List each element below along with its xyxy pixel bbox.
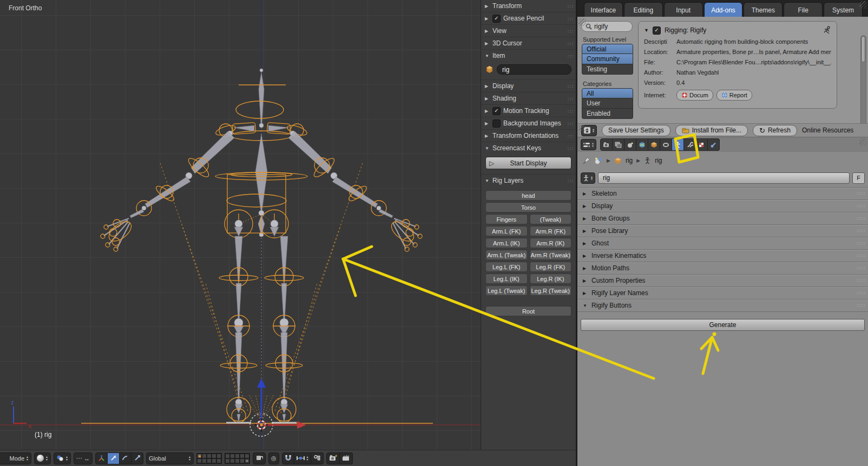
- torso-widget[interactable]: [225, 175, 288, 238]
- scale-manipulator-button[interactable]: [131, 452, 143, 464]
- panel-rig-layers[interactable]: ▼Rig Layers: [481, 174, 576, 187]
- layer-button-leg-r-ik[interactable]: Leg.R (IK): [530, 274, 572, 284]
- panel-grip-icon[interactable]: [567, 147, 574, 150]
- panel-grip-icon[interactable]: [567, 42, 574, 45]
- leg-bones[interactable]: [219, 236, 258, 423]
- panel-grip-icon[interactable]: [567, 110, 574, 112]
- layer-button-leg-r-tweak[interactable]: Leg.R (Tweak): [530, 285, 572, 296]
- area-corner-widget[interactable]: [578, 125, 586, 132]
- panel-skeleton[interactable]: ▶Skeleton: [577, 187, 868, 200]
- render-tab-icon[interactable]: [600, 138, 613, 151]
- panel-grip-icon[interactable]: [857, 279, 865, 282]
- snap-target-button[interactable]: [311, 452, 324, 464]
- panel-grip-icon[interactable]: [567, 122, 574, 125]
- area-corner-widget[interactable]: [578, 18, 586, 26]
- panel-grip-icon[interactable]: [567, 135, 574, 137]
- panel-grip-icon[interactable]: [567, 5, 574, 8]
- pin-icon[interactable]: [582, 157, 590, 165]
- constraints-tab-icon[interactable]: [660, 138, 672, 151]
- panel-inverse-kinematics[interactable]: ▶Inverse Kinematics: [577, 250, 868, 262]
- tab-interface[interactable]: Interface: [584, 2, 623, 17]
- opengl-render-button[interactable]: +: [326, 452, 340, 464]
- panel-grip-icon[interactable]: [857, 217, 865, 220]
- level-community-button[interactable]: Community: [582, 54, 633, 64]
- layer-button-root[interactable]: Root: [485, 306, 571, 316]
- panel-custom-properties[interactable]: ▶Custom Properties: [577, 275, 868, 287]
- tab-input[interactable]: Input: [664, 2, 703, 17]
- refresh-button[interactable]: ↻Refresh: [753, 125, 797, 136]
- datablock-name-field[interactable]: rig: [598, 172, 850, 184]
- checkbox-checked[interactable]: ✓: [492, 15, 501, 23]
- manipulator-toggle-button[interactable]: ⋯↔: [74, 452, 93, 464]
- panel-display[interactable]: ▶Display: [577, 200, 868, 212]
- start-display-button[interactable]: ▷Start Display: [485, 157, 571, 169]
- generate-button[interactable]: Generate: [581, 319, 865, 331]
- layers-grid-2[interactable]: [225, 453, 250, 464]
- panel-bone-groups[interactable]: ▶Bone Groups: [577, 212, 868, 225]
- install-from-file-button[interactable]: Install from File...: [675, 125, 748, 136]
- 3d-cursor[interactable]: [255, 418, 268, 431]
- tab-addons[interactable]: Add-ons: [704, 2, 743, 17]
- bone-tab-icon[interactable]: [708, 138, 720, 151]
- panel-shading[interactable]: ▶Shading: [481, 92, 576, 104]
- pivot-center-dropdown[interactable]: ▲▼: [54, 452, 71, 464]
- layer-button-arm-r-ik[interactable]: Arm.R (IK): [530, 238, 572, 248]
- object-tab-icon[interactable]: [648, 138, 660, 151]
- tab-themes[interactable]: Themes: [744, 2, 782, 17]
- save-user-settings-button[interactable]: Save User Settings: [602, 125, 670, 136]
- panel-grip-icon[interactable]: [857, 291, 865, 295]
- panel-ghost[interactable]: ▶Ghost: [577, 237, 868, 250]
- report-bug-button[interactable]: Report: [716, 90, 752, 101]
- layer-button-leg-r-fk[interactable]: Leg.R (FK): [530, 262, 572, 272]
- panel-grip-icon[interactable]: [567, 85, 574, 88]
- panel-grip-icon[interactable]: [857, 192, 865, 195]
- mode-dropdown[interactable]: Mode▲▼: [0, 452, 31, 464]
- panel-grip-icon[interactable]: [567, 30, 574, 32]
- scene-tab-icon[interactable]: [624, 138, 636, 151]
- panel-motion-paths[interactable]: ▶Motion Paths: [577, 262, 868, 275]
- transform-orientation-dropdown[interactable]: Global▲▼: [146, 452, 194, 464]
- translate-manipulator-button[interactable]: [108, 452, 120, 464]
- datablock-browse-button[interactable]: ▲▼: [581, 172, 595, 184]
- axis-manipulator-button[interactable]: [95, 452, 108, 464]
- online-resources-link[interactable]: Online Resources: [802, 127, 853, 134]
- opengl-render-anim-button[interactable]: [340, 452, 353, 464]
- panel-grip-icon[interactable]: [857, 242, 865, 245]
- layer-button-arm-l-tweak[interactable]: Arm.L (Tweak): [485, 250, 528, 260]
- panel-transform[interactable]: ▶Transform: [481, 0, 576, 12]
- panel-rigify-buttons[interactable]: ▼Rigify Buttons: [577, 299, 868, 312]
- panel-grip-icon[interactable]: [857, 204, 865, 208]
- layer-button-arm-l-fk[interactable]: Arm.L (FK): [485, 226, 528, 236]
- panel-grip-icon[interactable]: [857, 304, 865, 307]
- layer-button-arm-r-fk[interactable]: Arm.R (FK): [530, 226, 572, 236]
- addon-expand-triangle-icon[interactable]: ▼: [644, 28, 649, 33]
- snap-element-dropdown[interactable]: ▲▼: [294, 452, 312, 464]
- layer-button-arm-l-ik[interactable]: Arm.L (IK): [485, 238, 528, 248]
- level-official-button[interactable]: Official: [582, 44, 633, 54]
- snap-magnet-button[interactable]: [282, 452, 294, 464]
- panel-grease-pencil[interactable]: ▶✓Grease Pencil: [481, 12, 576, 24]
- layer-button-tweak[interactable]: (Tweak): [530, 214, 572, 224]
- panel-screencast-keys[interactable]: ▼Screencast Keys: [481, 142, 576, 154]
- panel-display[interactable]: ▶Display: [481, 79, 576, 92]
- documentation-button[interactable]: Docum: [676, 90, 713, 101]
- object-data-armature-tab-icon[interactable]: [672, 138, 684, 151]
- breadcrumb-object-name[interactable]: rig: [626, 157, 633, 164]
- panel-grip-icon[interactable]: [567, 179, 574, 182]
- panel-grip-icon[interactable]: [857, 267, 865, 270]
- layers-grid-1[interactable]: [196, 453, 222, 464]
- modifiers-tab-icon[interactable]: [684, 138, 696, 151]
- panel-grip-icon[interactable]: [857, 254, 865, 257]
- category-user-button[interactable]: User: [582, 98, 633, 109]
- checkbox-unchecked[interactable]: [492, 119, 501, 128]
- lock-to-scene-button[interactable]: [253, 452, 266, 464]
- panel-rigify-layer-names[interactable]: ▶Rigify Layer Names: [577, 287, 868, 299]
- panel-motion-tracking[interactable]: ▶✓Motion Tracking: [481, 104, 576, 117]
- arm-bones[interactable]: [101, 123, 256, 251]
- panel-grip-icon[interactable]: [567, 55, 574, 57]
- layer-button-arm-r-tweak[interactable]: Arm.R (Tweak): [530, 250, 572, 260]
- tab-editing[interactable]: Editing: [624, 2, 663, 17]
- area-corner-widget[interactable]: [859, 138, 867, 146]
- viewport-shading-dropdown[interactable]: ▲▼: [34, 452, 51, 464]
- tab-system[interactable]: System: [824, 2, 863, 17]
